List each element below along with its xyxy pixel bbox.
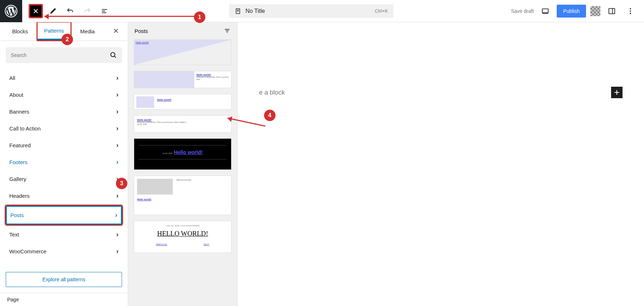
category-item-all[interactable]: All› [6, 70, 122, 86]
category-item-banners[interactable]: Banners› [6, 103, 122, 120]
annotation-badge: 4 [264, 110, 275, 121]
pattern-title-link: Hello world! [174, 149, 203, 155]
preview-button[interactable] [538, 4, 552, 18]
category-label: Featured [9, 142, 31, 148]
annotation-arrow [44, 16, 195, 17]
filter-icon[interactable] [224, 27, 231, 34]
pattern-title-link: Hello world! [196, 73, 229, 76]
redo-icon [83, 7, 91, 15]
svg-rect-9 [542, 9, 548, 13]
save-draft-button[interactable]: Save draft [511, 8, 534, 14]
pattern-title-link: Hello world! [136, 41, 230, 44]
document-title[interactable]: No Title Ctrl+K [229, 4, 394, 18]
category-label: Gallery [9, 176, 26, 182]
patterns-preview-panel: Posts Hello world! Hello world! Welcome … [128, 22, 238, 306]
breadcrumb-footer: Page [0, 293, 128, 306]
category-label: Footers [9, 159, 28, 165]
publish-button[interactable]: Publish [557, 5, 586, 18]
list-icon [101, 7, 108, 15]
undo-icon [66, 7, 74, 15]
chevron-right-icon: › [116, 108, 118, 115]
category-label: All [9, 75, 15, 81]
toggle-inserter-button[interactable] [29, 4, 43, 18]
category-label: Banners [9, 109, 29, 115]
plus-icon [613, 89, 620, 96]
pattern-title-link: HELLO WORLD! [138, 227, 228, 240]
category-label: Posts [10, 212, 24, 218]
annotation-badge: 2 [62, 34, 73, 45]
chevron-right-icon: › [116, 142, 118, 149]
close-icon [33, 8, 39, 14]
chevron-right-icon: › [116, 192, 118, 200]
chevron-right-icon: › [116, 91, 118, 99]
chevron-right-icon: › [116, 74, 118, 82]
kebab-icon [626, 7, 634, 15]
close-inserter-button[interactable] [110, 25, 122, 38]
inserter-panel: Blocks Patterns Media All›About›Banners›… [0, 22, 128, 306]
category-label: Headers [9, 193, 30, 199]
search-input[interactable] [11, 52, 110, 58]
pattern-preview[interactable]: • JUL 20, 2023 • UNCATEGORIZED HELLO WOR… [134, 221, 231, 253]
svg-point-14 [630, 10, 631, 12]
pattern-preview[interactable]: Hello world! Welcome to WordPress. This … [134, 71, 231, 88]
title-text: No Title [245, 8, 265, 14]
category-label: Call to Action [9, 125, 41, 132]
editor-canvas[interactable]: e a block [238, 22, 644, 306]
desktop-icon [541, 7, 549, 15]
chevron-right-icon: › [115, 211, 117, 219]
svg-line-19 [114, 56, 116, 58]
category-item-text[interactable]: Text› [6, 226, 122, 243]
category-label: WooCommerce [9, 248, 47, 254]
pattern-preview[interactable]: Jul 20, 2023 Hello world! [134, 138, 231, 170]
explore-patterns-button[interactable]: Explore all patterns [6, 272, 122, 287]
block-placeholder[interactable]: e a block [259, 89, 285, 96]
pencil-icon [49, 7, 57, 15]
next-link: NEXT [204, 243, 209, 245]
close-icon [113, 28, 119, 34]
tab-blocks[interactable]: Blocks [6, 23, 34, 39]
patterns-panel-title: Posts [135, 28, 148, 34]
category-item-headers[interactable]: Headers› [6, 187, 122, 204]
pattern-preview[interactable]: Hello world! [134, 39, 231, 65]
search-icon [110, 52, 117, 59]
sidebar-icon [608, 7, 616, 15]
category-item-call-to-action[interactable]: Call to Action› [6, 120, 122, 137]
jetpack-icon[interactable] [590, 6, 600, 16]
category-item-posts[interactable]: Posts› [6, 206, 122, 225]
annotation-badge: 1 [194, 11, 205, 23]
chevron-right-icon: › [116, 248, 118, 255]
pattern-preview[interactable]: Welcome text here Hello world! [134, 176, 231, 215]
pattern-title-link: Hello world! [157, 99, 171, 101]
svg-point-15 [630, 13, 631, 14]
category-label: Text [9, 231, 19, 238]
category-item-featured[interactable]: Featured› [6, 137, 122, 154]
top-toolbar: No Title Ctrl+K Save draft Publish [0, 0, 644, 22]
category-item-woocommerce[interactable]: WooCommerce› [6, 243, 122, 260]
pattern-preview[interactable]: Hello world! [134, 94, 231, 110]
settings-sidebar-button[interactable] [605, 4, 619, 18]
category-item-footers[interactable]: Footers› [6, 154, 122, 171]
options-button[interactable] [623, 4, 638, 18]
category-item-about[interactable]: About› [6, 86, 122, 103]
pattern-title-link: Hello world! [137, 198, 228, 201]
category-label: About [9, 92, 23, 98]
annotation-badge: 3 [116, 178, 127, 189]
page-icon [235, 8, 241, 14]
chevron-right-icon: › [116, 158, 118, 166]
search-box[interactable] [6, 47, 122, 63]
title-shortcut: Ctrl+K [375, 8, 388, 14]
chevron-right-icon: › [116, 231, 118, 238]
category-item-gallery[interactable]: Gallery› [6, 171, 122, 187]
svg-point-18 [111, 53, 115, 57]
prev-link: PREVIOUS [156, 243, 167, 245]
pattern-category-list: All›About›Banners›Call to Action›Feature… [0, 70, 128, 266]
pattern-title-link: Hello world! [137, 119, 228, 121]
chevron-right-icon: › [116, 125, 118, 132]
svg-point-13 [630, 8, 631, 9]
tab-media[interactable]: Media [74, 23, 101, 39]
pattern-preview[interactable]: Hello world! Welcome to WordPress. This … [134, 115, 231, 133]
add-block-button[interactable] [611, 87, 623, 98]
svg-rect-11 [609, 8, 615, 14]
wordpress-logo[interactable] [0, 0, 22, 22]
